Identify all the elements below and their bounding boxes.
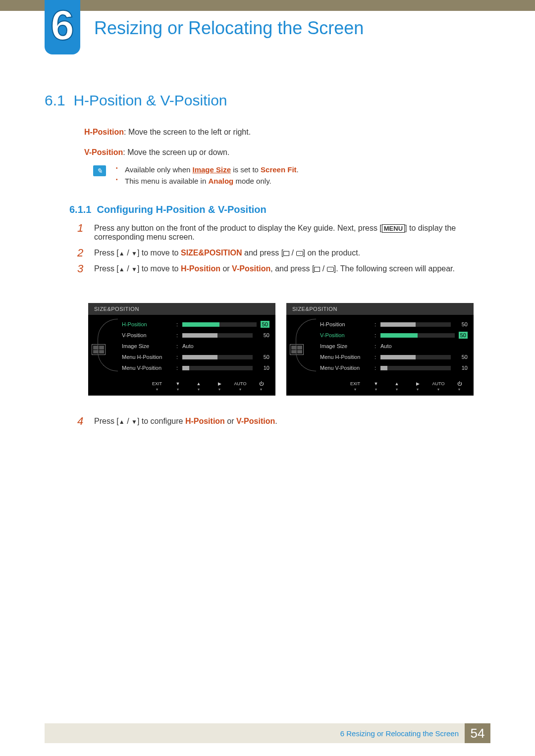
- osd-panel-right: SIZE&POSITIONH-Position:50V-Position:50I…: [286, 303, 474, 396]
- down-triangle-icon: ▼: [131, 266, 137, 273]
- up-triangle-icon: ▲: [119, 250, 125, 257]
- step-4: 4 Press [▲ / ▼] to configure H-Position …: [77, 417, 479, 426]
- osd-header: SIZE&POSITION: [88, 303, 275, 315]
- step-1: 1 Press any button on the front of the p…: [77, 224, 479, 242]
- hposition-definition: H-Position: Move the screen to the left …: [84, 126, 251, 138]
- osd-footer-button: ▶▾: [407, 380, 428, 392]
- osd-footer-button: ▲▾: [188, 380, 209, 392]
- osd-footer-button: EXIT▾: [345, 380, 366, 392]
- osd-row: Menu H-Position:50: [122, 352, 269, 362]
- vposition-definition: V-Position: Move the screen up or down.: [84, 147, 229, 158]
- note-item: Available only when Image Size is set to…: [116, 165, 484, 174]
- osd-panel-left: SIZE&POSITIONH-Position:50V-Position:50I…: [88, 303, 275, 396]
- down-triangle-icon: ▼: [131, 250, 137, 257]
- page-number: 54: [465, 723, 490, 743]
- down-triangle-icon: ▼: [131, 418, 137, 425]
- up-triangle-icon: ▲: [119, 266, 125, 273]
- osd-row: Menu H-Position:50: [320, 352, 468, 362]
- note-icon: ✎: [93, 165, 106, 176]
- osd-footer-button: ▼▾: [366, 380, 386, 392]
- steps-list: 1 Press any button on the front of the p…: [77, 224, 479, 280]
- osd-screenshots: SIZE&POSITIONH-Position:50V-Position:50I…: [88, 303, 474, 396]
- osd-row: H-Position:50: [122, 319, 269, 330]
- footer-bar: 6 Resizing or Relocating the Screen 54: [45, 723, 490, 743]
- osd-row: Menu V-Position:10: [122, 362, 269, 373]
- rect-icon: [314, 267, 320, 272]
- svg-text:6: 6: [51, 4, 74, 49]
- note-item: This menu is available in Analog mode on…: [116, 177, 484, 185]
- up-triangle-icon: ▲: [119, 418, 125, 425]
- osd-footer-button: ▼▾: [167, 380, 188, 392]
- osd-footer-button: EXIT▾: [147, 380, 167, 392]
- enter-icon: [327, 267, 334, 272]
- top-accent-bar: [0, 0, 535, 11]
- osd-footer-button: AUTO▾: [428, 380, 449, 392]
- footer-text: 6 Resizing or Relocating the Screen: [340, 729, 465, 738]
- osd-footer-button: ⏻▾: [251, 380, 271, 392]
- osd-footer-button: AUTO▾: [230, 380, 251, 392]
- enter-icon: [296, 251, 303, 256]
- osd-row: Image Size:Auto: [122, 341, 269, 352]
- osd-row: H-Position:50: [320, 319, 468, 330]
- osd-row: V-Position:50: [122, 330, 269, 341]
- chapter-title: Resizing or Relocating the Screen: [94, 18, 364, 39]
- osd-row: V-Position:50: [320, 330, 468, 341]
- osd-footer-button: ▲▾: [386, 380, 407, 392]
- osd-header: SIZE&POSITION: [286, 303, 474, 315]
- section-heading: 6.1 H-Position & V-Position: [45, 92, 227, 109]
- chapter-badge: 6: [45, 0, 80, 54]
- osd-row: Menu V-Position:10: [320, 362, 468, 373]
- subsection-heading: 6.1.1 Configuring H-Position & V-Positio…: [69, 204, 267, 215]
- step-2: 2 Press [▲ / ▼] to move to SIZE&POSITION…: [77, 249, 479, 257]
- note-block: ✎ Available only when Image Size is set …: [93, 165, 484, 188]
- osd-footer-button: ▶▾: [209, 380, 230, 392]
- rect-icon: [283, 251, 289, 256]
- menu-button-label: MENU: [382, 224, 405, 233]
- step-3: 3 Press [▲ / ▼] to move to H-Position or…: [77, 264, 479, 273]
- osd-footer-button: ⏻▾: [449, 380, 470, 392]
- osd-row: Image Size:Auto: [320, 341, 468, 352]
